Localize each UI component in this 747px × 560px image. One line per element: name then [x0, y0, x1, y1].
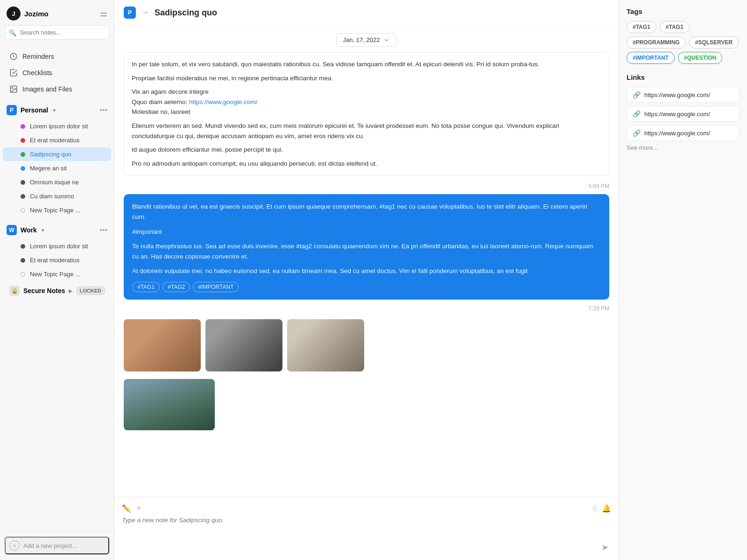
note-dot-et-erat [21, 138, 25, 143]
highlighted-tag-1[interactable]: #TAG1 [132, 282, 160, 292]
sidebar-item-checklists[interactable]: Checklists [3, 65, 111, 81]
tag-chip-3[interactable]: #PROGRAMMING [627, 36, 686, 49]
send-icon[interactable]: ➤ [599, 539, 611, 555]
note-item-lorem-work[interactable]: Lorem ipsum dolor sit [3, 239, 111, 253]
note-para-2: Propriae facilisi moderatius ne mei, in … [132, 73, 601, 84]
add-project-icon: + [9, 540, 20, 551]
reminders-label: Reminders [22, 53, 54, 60]
main-content-area: P → Sadipscing quo Jan. 17, 2022 In per … [114, 0, 619, 560]
note-para-6: Pro no admodum antiopam corrumpit, eu us… [132, 159, 601, 169]
personal-label: Personal [21, 106, 48, 114]
add-project-button[interactable]: + Add a new project... [5, 537, 109, 554]
note-label-megere: Megere an sit [30, 165, 67, 172]
breadcrumb-arrow-icon: → [141, 8, 149, 17]
link-item-3[interactable]: 🔗 https://www.google.com/ [627, 125, 740, 141]
input-area: ✏️ ≡ ☆ 🔔 ➤ [114, 497, 619, 560]
work-label: Work [21, 226, 37, 234]
page-title: Sadipscing quo [155, 8, 217, 18]
app-logo: J Jozimo [7, 7, 49, 21]
note-label-lorem-work: Lorem ipsum dolor sit [30, 243, 88, 250]
note-item-et-erat-work[interactable]: Et erat moderatius [3, 253, 111, 267]
work-project-header[interactable]: W Work ▼ ••• [0, 221, 114, 239]
personal-chevron: ▼ [52, 108, 56, 113]
note-label-new-topic-personal: New Topic Page ... [30, 207, 80, 214]
note-dot-megere [21, 166, 25, 171]
note-para-1: In per tale solum, et vix vero salutandi… [132, 59, 601, 70]
note-dot-sadipscing [21, 152, 25, 157]
bell-icon[interactable]: 🔔 [602, 504, 611, 513]
list-icon[interactable]: ≡ [137, 504, 141, 513]
sidebar-toggle-icon[interactable]: ⚌ [100, 8, 107, 19]
note-dot-et-erat-work [21, 258, 25, 263]
input-toolbar: ✏️ ≡ ☆ 🔔 [122, 502, 611, 517]
work-more-icon[interactable]: ••• [99, 226, 107, 234]
note-item-sadipscing[interactable]: Sadipscing quo [3, 147, 111, 161]
link-url-1: https://www.google.com/ [644, 91, 710, 98]
note-dot-new-topic [21, 208, 25, 213]
secure-notes-chevron: ▶ [69, 288, 72, 294]
sidebar-footer: + Add a new project... [0, 531, 114, 560]
images-files-label: Images and Files [22, 85, 72, 93]
note-item-new-topic-personal[interactable]: New Topic Page ... [3, 203, 111, 217]
see-more-link[interactable]: See more... [627, 144, 740, 151]
search-input[interactable] [5, 25, 109, 40]
note-label-et-erat: Et erat moderatius [30, 137, 79, 144]
personal-project-header[interactable]: P Personal ▼ ••• [0, 101, 114, 119]
link-url-2: https://www.google.com/ [644, 111, 710, 118]
toolbar-left: ✏️ ≡ [122, 504, 141, 513]
tags-title: Tags [627, 7, 740, 15]
link-item-2[interactable]: 🔗 https://www.google.com/ [627, 106, 740, 122]
main-header: P → Sadipscing quo [114, 0, 619, 26]
note-label-lorem1: Lorem ipsum dolor sit [30, 123, 88, 130]
note-label-omnium: Omnium iisque ne [30, 179, 79, 186]
note-dot-lorem-work [21, 244, 25, 249]
note-item-omnium[interactable]: Omnium iisque ne [3, 175, 111, 189]
image-landscape[interactable] [124, 379, 215, 430]
tag-chip-2[interactable]: #TAG1 [660, 21, 690, 33]
nav-section: Reminders Checklists Images and Files [0, 48, 114, 98]
highlighted-note: Blandit rationibus ut vel, ea est graeci… [124, 194, 609, 300]
note-label-new-topic-work: New Topic Page ... [30, 271, 80, 278]
note-item-new-topic-work[interactable]: New Topic Page ... [3, 267, 111, 281]
edit-icon[interactable]: ✏️ [122, 504, 131, 513]
tag-chip-4[interactable]: #SQLSERVER [689, 36, 739, 49]
input-wrapper: ➤ [122, 517, 611, 555]
note-dot-omnium [21, 180, 25, 185]
tag-chip-question[interactable]: #QUESTION [678, 52, 722, 64]
note-item-megere[interactable]: Megere an sit [3, 161, 111, 175]
image-wolf[interactable] [205, 319, 282, 371]
link-item-1[interactable]: 🔗 https://www.google.com/ [627, 87, 740, 103]
highlighted-tag-3[interactable]: #IMPORTANT [193, 282, 239, 292]
note-input[interactable] [122, 517, 611, 554]
work-badge: W [7, 225, 17, 235]
image-tattoo[interactable] [287, 319, 364, 371]
sidebar-item-reminders[interactable]: Reminders [3, 49, 111, 64]
date-selector: Jan. 17, 2022 [124, 26, 609, 52]
sidebar-item-images-files[interactable]: Images and Files [3, 81, 111, 97]
app-name: Jozimo [24, 10, 49, 18]
tag-chip-important[interactable]: #IMPORTANT [627, 52, 675, 64]
personal-badge: P [7, 105, 17, 115]
secure-notes-item[interactable]: 🔒 Secure Notes ▶ LOCKED [3, 282, 111, 300]
note-item-et-erat[interactable]: Et erat moderatius [3, 133, 111, 147]
sidebar: J Jozimo ⚌ 🔍 Reminders Checklists Images… [0, 0, 114, 560]
links-title: Links [627, 73, 740, 81]
image-person[interactable] [124, 319, 201, 371]
note-link-1[interactable]: https://www.google.com/ [189, 98, 257, 105]
images-grid-row2 [124, 379, 609, 430]
right-panel: Tags #TAG1 #TAG1 #PROGRAMMING #SQLSERVER… [619, 0, 747, 560]
search-container: 🔍 [5, 25, 109, 40]
checklists-icon [9, 69, 18, 77]
highlighted-tag-2[interactable]: #TAG2 [162, 282, 190, 292]
note-dot-lorem1 [21, 124, 25, 129]
note-item-cu-diam[interactable]: Cu diam summo [3, 189, 111, 203]
tags-container: #TAG1 #TAG1 #PROGRAMMING #SQLSERVER #IMP… [627, 21, 740, 64]
logo-icon: J [7, 7, 21, 21]
personal-more-icon[interactable]: ••• [99, 106, 107, 114]
note-item-lorem1[interactable]: Lorem ipsum dolor sit [3, 119, 111, 133]
star-icon[interactable]: ☆ [592, 504, 598, 513]
date-button[interactable]: Jan. 17, 2022 [336, 33, 397, 47]
images-grid-row1 [124, 316, 609, 374]
tag-chip-1[interactable]: #TAG1 [627, 21, 656, 33]
personal-section: P Personal ▼ ••• Lorem ipsum dolor sit E… [0, 101, 114, 217]
